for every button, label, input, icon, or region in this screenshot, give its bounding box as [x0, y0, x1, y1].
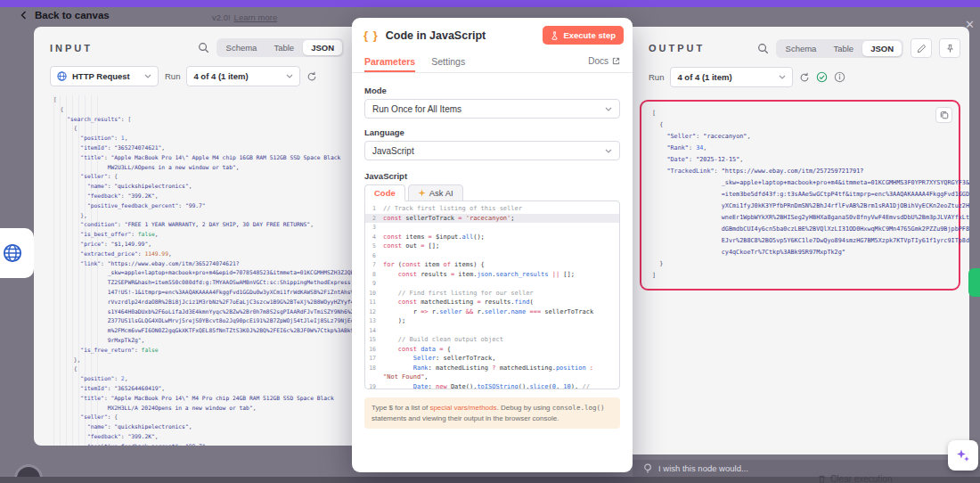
ai-assistant-button[interactable]	[948, 440, 978, 471]
pin-icon	[945, 44, 955, 53]
chevron-down-icon	[605, 149, 612, 153]
chevron-down-icon	[605, 107, 612, 111]
feedback-bar[interactable]: I wish this node would...	[633, 460, 980, 477]
tab-settings[interactable]: Settings	[431, 50, 465, 72]
pencil-icon	[917, 44, 927, 53]
trash-icon	[818, 475, 826, 483]
chevron-down-icon	[144, 74, 151, 78]
docs-label: Docs	[588, 56, 608, 66]
input-view-tabs: Schema Table JSON	[216, 38, 344, 57]
chevron-down-icon	[286, 74, 293, 78]
output-json-view: [ { "Seller": "racecanyon", "Rank": 34, …	[650, 108, 951, 282]
learn-more-link[interactable]: Learn more	[234, 12, 278, 22]
special-vars-link[interactable]: special vars/methods	[429, 404, 496, 412]
back-to-canvas-label: Back to canvas	[35, 10, 110, 20]
hint-text: Type $ for a list of	[372, 404, 429, 412]
chevron-down-icon	[779, 75, 786, 79]
docs-link[interactable]: Docs	[588, 56, 620, 66]
run-selector-value: 4 of 4 (1 item)	[193, 71, 248, 81]
tab-ask-ai[interactable]: Ask AI	[408, 184, 463, 201]
close-icon[interactable]: ✕	[965, 18, 975, 31]
globe-icon	[57, 71, 67, 81]
pin-data-button[interactable]	[939, 38, 960, 58]
language-value: JavaScript	[372, 146, 414, 156]
run-label: Run	[649, 72, 664, 82]
back-arrow-icon	[20, 11, 29, 20]
output-json-highlight-box: [ { "Seller": "racecanyon", "Rank": 34, …	[640, 100, 960, 291]
lightbulb-icon	[643, 463, 652, 474]
mode-label: Mode	[364, 86, 620, 95]
version-banner: v2.0!Learn more	[212, 12, 277, 22]
input-title: INPUT	[50, 43, 93, 53]
code-node-icon: { }	[363, 29, 379, 42]
wish-text: I wish this node would...	[658, 463, 748, 473]
node-selector-value: HTTP Request	[72, 71, 130, 81]
modal-title: Code in JavaScript	[386, 29, 536, 42]
banner-text: v2.0!	[212, 12, 231, 22]
execute-step-button[interactable]: Execute step	[543, 26, 624, 45]
output-view-tabs: Schema Table JSON	[776, 39, 903, 58]
top-brand-strip	[0, 0, 980, 7]
code-section-label: JavaScript	[364, 171, 620, 181]
back-to-canvas-button[interactable]: Back to canvas	[20, 10, 110, 20]
input-json-view: [ { "search_results": [ { "position": 1,…	[34, 95, 355, 446]
run-selector-value: 4 of 4 (1 item)	[677, 72, 731, 82]
tab-schema[interactable]: Schema	[778, 41, 825, 56]
execute-step-label: Execute step	[563, 30, 616, 40]
editor-hint: Type $ for a list of special vars/method…	[364, 397, 620, 429]
input-panel: INPUT Schema Table JSON HTTP Request Run…	[34, 27, 355, 446]
refresh-icon[interactable]	[306, 71, 317, 82]
tab-json[interactable]: JSON	[862, 41, 902, 56]
clear-execution-button[interactable]: Clear execution	[818, 474, 892, 483]
output-panel: OUTPUT Schema Table JSON Run 4 of 4 (1 i…	[633, 27, 969, 454]
tab-schema[interactable]: Schema	[218, 40, 265, 55]
language-select[interactable]: JavaScript	[364, 141, 620, 160]
external-link-icon	[612, 57, 620, 65]
language-label: Language	[364, 127, 620, 137]
ndv-screen: Back to canvas v2.0!Learn more ✕ INPUT S…	[0, 0, 980, 483]
output-json-code: [ { "Seller": "racecanyon", "Rank": 34, …	[652, 108, 951, 282]
code-node-modal: { } Code in JavaScript Execute step Para…	[352, 18, 633, 472]
output-node-connector[interactable]	[968, 268, 980, 297]
mode-value: Run Once for All Items	[372, 104, 461, 114]
tab-table[interactable]: Table	[825, 41, 862, 56]
hint-code: console.log()	[552, 404, 605, 412]
edit-output-button[interactable]	[911, 38, 932, 58]
hint-text: . Debug by using	[497, 404, 552, 412]
globe-icon	[3, 243, 22, 263]
flask-icon	[551, 31, 559, 40]
hint-text: statements and viewing their output in t…	[372, 414, 559, 422]
sparkles-icon	[956, 448, 970, 463]
sparkle-icon	[418, 189, 426, 197]
ask-ai-label: Ask AI	[429, 188, 453, 198]
tab-code[interactable]: Code	[364, 184, 405, 201]
tab-parameters[interactable]: Parameters	[364, 50, 415, 72]
input-node-selector[interactable]: HTTP Request	[50, 66, 159, 86]
output-title: OUTPUT	[649, 43, 705, 53]
run-label: Run	[165, 71, 180, 81]
tab-table[interactable]: Table	[265, 40, 302, 55]
mode-select[interactable]: Run Once for All Items	[364, 99, 620, 119]
input-run-selector[interactable]: 4 of 4 (1 item)	[186, 66, 300, 86]
tab-json[interactable]: JSON	[303, 40, 342, 55]
refresh-icon[interactable]	[799, 72, 810, 83]
search-icon[interactable]	[198, 42, 209, 53]
code-editor[interactable]: 1// Track first listing of this seller2c…	[364, 201, 620, 389]
success-check-icon	[816, 71, 828, 83]
clear-execution-label: Clear execution	[830, 474, 892, 483]
search-icon[interactable]	[757, 43, 769, 54]
output-run-selector[interactable]: 4 of 4 (1 item)	[670, 67, 793, 87]
info-icon[interactable]	[834, 71, 845, 83]
input-json-code: [ { "search_results": [ { "position": 1,…	[53, 95, 355, 446]
input-node-connector[interactable]	[0, 228, 34, 278]
